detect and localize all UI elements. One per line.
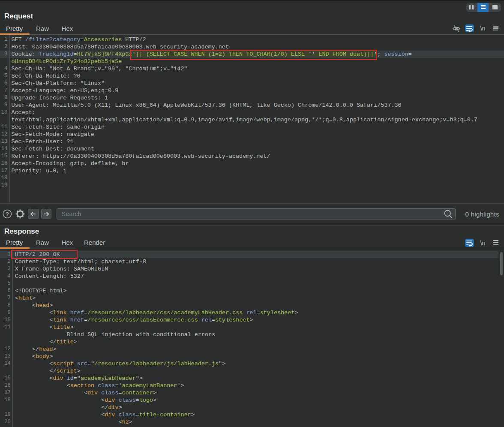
svg-text:?: ? xyxy=(6,211,9,217)
